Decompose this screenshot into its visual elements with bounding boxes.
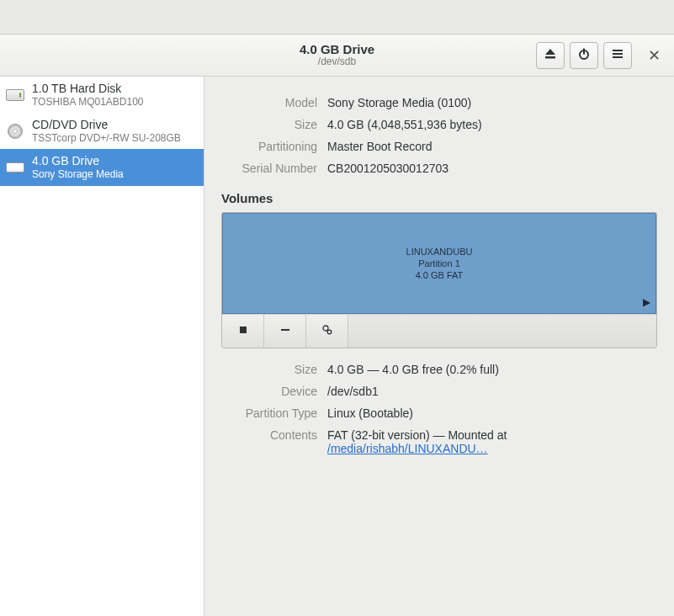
more-options-button[interactable] <box>306 315 348 348</box>
power-button[interactable] <box>570 42 598 69</box>
label-serial: Serial Number <box>221 157 322 179</box>
sidebar-item-title: CD/DVD Drive <box>32 118 181 132</box>
drive-info-table: Model Sony Storage Media (0100) Size 4.0… <box>221 92 657 179</box>
value-vol-contents: FAT (32-bit version) — Mounted at /media… <box>322 424 657 459</box>
stop-icon <box>237 324 249 338</box>
mount-point-link[interactable]: /media/rishabh/LINUXANDU… <box>327 442 488 455</box>
window-subtitle: /dev/sdb <box>300 56 374 68</box>
row-vol-ptype: Partition Type Linux (Bootable) <box>221 402 657 424</box>
row-partitioning: Partitioning Master Boot Record <box>221 135 657 157</box>
partition-line3: 4.0 GB FAT <box>406 269 473 281</box>
minus-icon <box>279 324 291 338</box>
svg-rect-6 <box>240 327 247 333</box>
row-serial: Serial Number CB2001205030012703 <box>221 157 657 179</box>
power-icon <box>577 47 591 63</box>
cd-icon <box>5 123 25 140</box>
volume-info-table: Size 4.0 GB — 4.0 GB free (0.2% full) De… <box>221 358 657 459</box>
label-partitioning: Partitioning <box>221 135 322 157</box>
row-vol-size: Size 4.0 GB — 4.0 GB free (0.2% full) <box>221 358 657 380</box>
sidebar-item-title: 1.0 TB Hard Disk <box>32 82 144 96</box>
gears-icon <box>321 324 333 338</box>
sidebar-item-hard-disk[interactable]: 1.0 TB Hard Disk TOSHIBA MQ01ABD100 <box>0 77 204 113</box>
partition-block[interactable]: LINUXANDUBU Partition 1 4.0 GB FAT ▶ <box>222 213 656 314</box>
svg-point-8 <box>323 326 328 331</box>
volume-toolbar <box>222 314 656 348</box>
sidebar-item-text: 4.0 GB Drive Sony Storage Media <box>32 154 124 180</box>
sidebar-item-sub: TOSHIBA MQ01ABD100 <box>32 96 144 108</box>
value-vol-device: /dev/sdb1 <box>322 380 657 402</box>
svg-rect-7 <box>281 329 289 331</box>
value-serial: CB2001205030012703 <box>322 157 657 179</box>
drives-sidebar: 1.0 TB Hard Disk TOSHIBA MQ01ABD100 CD/D… <box>0 77 204 616</box>
window-title: 4.0 GB Drive <box>300 42 374 56</box>
label-size: Size <box>221 114 322 135</box>
eject-icon <box>544 47 557 63</box>
value-model: Sony Storage Media (0100) <box>322 92 657 114</box>
volumes-section-title: Volumes <box>221 191 657 205</box>
header-right-controls: ✕ <box>536 42 667 69</box>
contents-prefix: FAT (32-bit version) — Mounted at <box>327 428 507 442</box>
value-vol-size: 4.0 GB — 4.0 GB free (0.2% full) <box>322 358 657 380</box>
unmount-button[interactable] <box>222 315 264 348</box>
partition-name: LINUXANDUBU <box>406 246 473 258</box>
details-pane: Model Sony Storage Media (0100) Size 4.0… <box>204 77 674 616</box>
row-model: Model Sony Storage Media (0100) <box>221 92 657 114</box>
usb-drive-icon <box>5 159 25 176</box>
row-vol-device: Device /dev/sdb1 <box>221 380 657 402</box>
sidebar-item-cddvd[interactable]: CD/DVD Drive TSSTcorp DVD+/-RW SU-208GB <box>0 113 204 149</box>
sidebar-item-text: CD/DVD Drive TSSTcorp DVD+/-RW SU-208GB <box>32 118 181 144</box>
header-bar: 4.0 GB Drive /dev/sdb ✕ <box>0 35 674 77</box>
label-vol-size: Size <box>221 358 322 380</box>
play-icon: ▶ <box>643 296 650 310</box>
sidebar-item-sub: Sony Storage Media <box>32 168 124 180</box>
hamburger-icon <box>611 47 624 63</box>
label-model: Model <box>221 92 322 114</box>
disks-window: 4.0 GB Drive /dev/sdb ✕ <box>0 34 674 616</box>
svg-rect-2 <box>583 49 585 55</box>
delete-partition-button[interactable] <box>264 315 306 348</box>
sidebar-item-sub: TSSTcorp DVD+/-RW SU-208GB <box>32 132 181 144</box>
window-body: 1.0 TB Hard Disk TOSHIBA MQ01ABD100 CD/D… <box>0 77 674 616</box>
volumes-box: LINUXANDUBU Partition 1 4.0 GB FAT ▶ <box>221 212 657 348</box>
sidebar-item-text: 1.0 TB Hard Disk TOSHIBA MQ01ABD100 <box>32 82 144 108</box>
menu-button[interactable] <box>603 42 632 69</box>
close-icon: ✕ <box>648 46 661 65</box>
partition-label: LINUXANDUBU Partition 1 4.0 GB FAT <box>406 246 473 282</box>
desktop-background-strip <box>0 0 674 34</box>
sidebar-item-title: 4.0 GB Drive <box>32 154 124 168</box>
svg-rect-4 <box>613 53 623 55</box>
row-size: Size 4.0 GB (4,048,551,936 bytes) <box>221 114 657 135</box>
sidebar-item-usb-drive[interactable]: 4.0 GB Drive Sony Storage Media <box>0 149 204 185</box>
value-vol-ptype: Linux (Bootable) <box>322 402 657 424</box>
svg-point-9 <box>327 330 332 334</box>
header-title-block: 4.0 GB Drive /dev/sdb <box>300 42 374 68</box>
partition-line2: Partition 1 <box>406 258 473 269</box>
value-size: 4.0 GB (4,048,551,936 bytes) <box>322 114 657 135</box>
label-vol-device: Device <box>221 380 322 402</box>
label-vol-contents: Contents <box>221 424 322 459</box>
row-vol-contents: Contents FAT (32-bit version) — Mounted … <box>221 424 657 459</box>
close-button[interactable]: ✕ <box>640 42 667 69</box>
label-vol-ptype: Partition Type <box>221 402 322 424</box>
value-partitioning: Master Boot Record <box>322 135 657 157</box>
hard-disk-icon <box>5 87 25 104</box>
eject-button[interactable] <box>536 42 565 69</box>
svg-rect-5 <box>613 56 623 58</box>
svg-rect-0 <box>545 56 555 59</box>
svg-rect-3 <box>613 50 623 51</box>
